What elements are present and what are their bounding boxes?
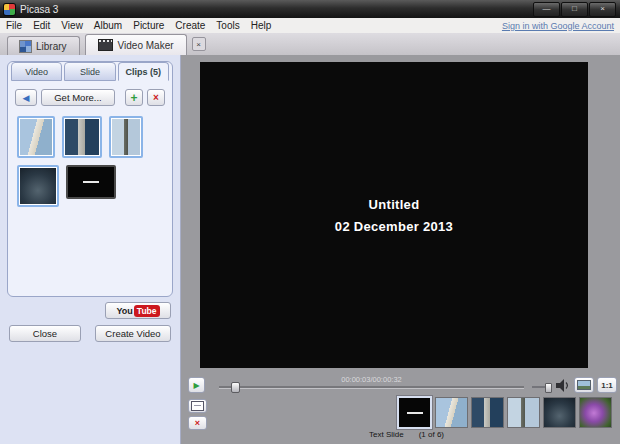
add-clip-button[interactable]: + xyxy=(125,89,143,106)
tab-library[interactable]: Library xyxy=(7,36,80,55)
clip-thumbnail-text-slide[interactable] xyxy=(66,165,116,199)
playback-controls: ▶ 00:00:03/00:00:32 1:1 xyxy=(181,376,620,394)
timeline-handle[interactable] xyxy=(231,382,240,393)
clip-thumbnail-tower[interactable] xyxy=(62,116,102,158)
play-button[interactable]: ▶ xyxy=(188,377,205,393)
volume-handle[interactable] xyxy=(545,383,552,393)
actual-size-button[interactable]: 1:1 xyxy=(597,377,617,393)
status-slide-count: (1 of 6) xyxy=(419,430,444,439)
youtube-logo-tube: Tube xyxy=(134,305,160,317)
preview-date-text: 02 December 2013 xyxy=(335,219,453,234)
window-title: Picasa 3 xyxy=(20,4,58,15)
plus-icon: + xyxy=(130,91,137,105)
youtube-logo-you: You xyxy=(116,306,132,316)
filmstrip-thumb-text-slide[interactable] xyxy=(397,396,432,429)
create-video-button[interactable]: Create Video xyxy=(95,325,171,342)
preview-title-text: Untitled xyxy=(369,197,420,212)
text-slide-button[interactable] xyxy=(188,399,207,413)
status-slide-type: Text Slide xyxy=(369,430,404,439)
clip-thumbnail-pisa-tower[interactable] xyxy=(17,116,55,158)
menu-tools[interactable]: Tools xyxy=(216,20,239,31)
video-maker-sidebar: Video Slide Clips (5) ◀ Get More... + × xyxy=(0,55,181,444)
delete-slide-button[interactable]: × xyxy=(188,416,207,430)
tab-close-icon[interactable]: × xyxy=(192,37,206,51)
library-grid-icon xyxy=(20,41,31,52)
tab-clips[interactable]: Clips (5) xyxy=(118,62,169,81)
video-preview: Untitled 02 December 2013 xyxy=(200,62,588,368)
clips-panel-tabs: Video Slide Clips (5) xyxy=(11,62,169,81)
maximize-button[interactable]: □ xyxy=(561,2,588,17)
clips-panel-body: ◀ Get More... + × xyxy=(8,81,172,296)
title-bar: Picasa 3 — □ × xyxy=(0,0,620,18)
filmstrip-thumb-ship[interactable] xyxy=(543,397,576,428)
tab-slide[interactable]: Slide xyxy=(64,62,115,81)
signin-link[interactable]: Sign in with Google Account xyxy=(502,21,614,31)
tab-video[interactable]: Video xyxy=(11,62,62,81)
filmstrip-thumb-flower[interactable] xyxy=(579,397,612,428)
filmstrip-thumb-tower[interactable] xyxy=(471,397,504,428)
close-window-button[interactable]: × xyxy=(589,2,616,17)
play-icon: ▶ xyxy=(193,381,199,390)
status-bar: Text Slide (1 of 6) xyxy=(369,430,444,439)
menu-album[interactable]: Album xyxy=(94,20,122,31)
clips-panel: Video Slide Clips (5) ◀ Get More... + × xyxy=(7,61,173,297)
remove-clip-button[interactable]: × xyxy=(147,89,165,106)
picasa-app-icon xyxy=(4,4,15,15)
tab-video-maker[interactable]: Video Maker xyxy=(85,34,187,55)
volume-icon[interactable] xyxy=(556,378,570,391)
window-controls: — □ × xyxy=(533,2,616,17)
get-more-button[interactable]: Get More... xyxy=(41,89,115,106)
menu-edit[interactable]: Edit xyxy=(33,20,50,31)
preview-area: Untitled 02 December 2013 ▶ 00:00:03/00:… xyxy=(181,55,620,444)
delete-slide-x-icon: × xyxy=(195,418,200,428)
filmstrip-thumb-column[interactable] xyxy=(507,397,540,428)
menu-create[interactable]: Create xyxy=(175,20,205,31)
text-slide-icon xyxy=(191,401,204,411)
timeline-track[interactable] xyxy=(219,386,524,389)
view-tab-bar: Library Video Maker × xyxy=(0,33,620,56)
red-x-icon: × xyxy=(153,92,159,103)
menu-help[interactable]: Help xyxy=(251,20,272,31)
youtube-button[interactable]: You Tube xyxy=(105,302,171,319)
clip-thumbnail-column[interactable] xyxy=(109,116,143,158)
filmstrip-thumb-pisa-tower[interactable] xyxy=(435,397,468,428)
menu-bar: File Edit View Album Picture Create Tool… xyxy=(0,18,620,34)
tab-video-maker-label: Video Maker xyxy=(118,40,174,51)
volume-slider[interactable] xyxy=(532,386,552,388)
time-display: 00:00:03/00:00:32 xyxy=(219,375,524,384)
picasa-window: Picasa 3 — □ × File Edit View Album Pict… xyxy=(0,0,620,444)
back-arrow-icon: ◀ xyxy=(23,93,30,103)
menu-file[interactable]: File xyxy=(6,20,22,31)
menu-picture[interactable]: Picture xyxy=(133,20,164,31)
clip-thumbnail-grid xyxy=(8,111,172,212)
sidebar-actions: Close Create Video xyxy=(9,325,171,342)
minimize-button[interactable]: — xyxy=(533,2,560,17)
tab-library-label: Library xyxy=(36,41,67,52)
fullscreen-button[interactable] xyxy=(574,377,594,393)
filmstrip xyxy=(397,396,612,429)
menu-view[interactable]: View xyxy=(61,20,83,31)
display-icon xyxy=(577,380,591,390)
filmstrip-icon xyxy=(98,39,113,51)
clips-toolbar: ◀ Get More... + × xyxy=(15,89,165,106)
back-button[interactable]: ◀ xyxy=(15,89,37,106)
close-button[interactable]: Close xyxy=(9,325,81,342)
clip-thumbnail-ship[interactable] xyxy=(17,165,59,207)
